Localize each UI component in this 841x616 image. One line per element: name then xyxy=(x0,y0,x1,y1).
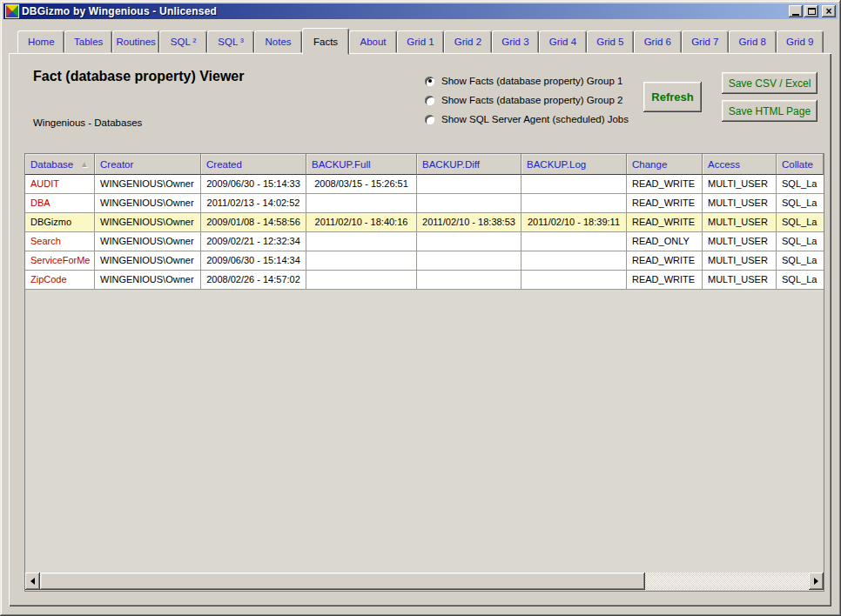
tab-home[interactable]: Home xyxy=(17,30,64,53)
cell-backup-log xyxy=(521,251,627,271)
cell-creator: WINGENIOUS\Owner xyxy=(95,271,201,290)
cell-created: 2008/02/26 - 14:57:02 xyxy=(201,271,306,290)
tab-grid-5[interactable]: Grid 5 xyxy=(587,30,634,53)
cell-backup-diff xyxy=(417,232,521,251)
tab-notes[interactable]: Notes xyxy=(254,30,301,53)
tab-label: SQL ² xyxy=(171,37,197,47)
table-row[interactable]: DBA WINGENIOUS\Owner 2011/02/13 - 14:02:… xyxy=(25,194,824,213)
tab-sql2[interactable]: SQL ² xyxy=(159,30,206,53)
column-header-database[interactable]: Database ▲ xyxy=(25,154,95,175)
tab-label: Home xyxy=(28,37,55,47)
cell-database: ZipCode xyxy=(25,271,95,290)
tab-about[interactable]: About xyxy=(349,30,396,53)
refresh-button[interactable]: Refresh xyxy=(643,82,702,112)
tab-label: Grid 9 xyxy=(786,37,813,47)
cell-collate: SQL_La xyxy=(777,251,824,271)
cell-backup-full xyxy=(306,194,417,213)
scrollbar-track[interactable] xyxy=(645,572,809,590)
table-row[interactable]: Search WINGENIOUS\Owner 2009/02/21 - 12:… xyxy=(25,232,824,251)
arrow-left-icon xyxy=(30,578,35,585)
column-header-access[interactable]: Access xyxy=(703,154,777,175)
cell-database: Search xyxy=(25,232,95,251)
tab-label: Grid 2 xyxy=(454,37,481,47)
radio-label: Show Facts (database property) Group 1 xyxy=(441,76,622,86)
cell-collate: SQL_La xyxy=(777,232,824,251)
cell-collate: SQL_La xyxy=(777,175,824,194)
title-bar[interactable]: DBGizmo by Wingenious - Unlicensed × xyxy=(3,3,838,19)
save-csv-excel-button[interactable]: Save CSV / Excel xyxy=(722,72,817,94)
cell-creator: WINGENIOUS\Owner xyxy=(95,194,201,213)
cell-change: READ_WRITE xyxy=(627,213,703,232)
tab-facts[interactable]: Facts xyxy=(302,28,349,55)
radio-label: Show SQL Server Agent (scheduled) Jobs xyxy=(441,114,629,124)
radio-facts-group-1[interactable]: Show Facts (database property) Group 1 xyxy=(425,71,629,90)
tab-grid-3[interactable]: Grid 3 xyxy=(492,30,539,53)
tab-strip: Home Tables Routines SQL ² SQL ³ Notes F… xyxy=(17,26,824,53)
scroll-left-button[interactable] xyxy=(25,572,40,590)
table-row[interactable]: ServiceForMe WINGENIOUS\Owner 2009/06/30… xyxy=(25,251,824,271)
cell-change: READ_WRITE xyxy=(627,251,703,271)
close-button[interactable]: × xyxy=(822,5,836,17)
column-header-backup-log[interactable]: BACKUP.Log xyxy=(521,154,627,175)
pinwheel-icon xyxy=(6,5,18,17)
tab-label: SQL ³ xyxy=(218,37,244,47)
page-title: Fact (database property) Viewer xyxy=(33,69,244,84)
radio-button-icon xyxy=(425,115,434,124)
tab-grid-9[interactable]: Grid 9 xyxy=(777,30,824,53)
cell-backup-full xyxy=(306,271,417,290)
column-header-creator[interactable]: Creator xyxy=(95,154,201,175)
cell-backup-log xyxy=(521,232,627,251)
window-controls: × xyxy=(789,5,836,17)
tab-grid-8[interactable]: Grid 8 xyxy=(729,30,776,53)
table-row[interactable]: AUDIT WINGENIOUS\Owner 2009/06/30 - 15:1… xyxy=(25,175,824,194)
radio-label: Show Facts (database property) Group 2 xyxy=(441,95,622,105)
column-header-backup-full[interactable]: BACKUP.Full xyxy=(306,154,417,175)
cell-backup-log xyxy=(521,194,627,213)
horizontal-scrollbar[interactable] xyxy=(25,572,824,590)
maximize-icon xyxy=(808,8,816,15)
cell-backup-full xyxy=(306,251,417,271)
scrollbar-thumb[interactable] xyxy=(40,572,645,590)
cell-created: 2009/06/30 - 15:14:34 xyxy=(201,251,306,271)
column-header-change[interactable]: Change xyxy=(627,154,703,175)
table-row-selected[interactable]: DBGizmo WINGENIOUS\Owner 2009/01/08 - 14… xyxy=(25,213,824,232)
cell-access: MULTI_USER xyxy=(703,194,777,213)
tab-label: Grid 4 xyxy=(549,37,576,47)
radio-facts-group-2[interactable]: Show Facts (database property) Group 2 xyxy=(425,90,629,110)
cell-backup-full xyxy=(306,232,417,251)
app-window: DBGizmo by Wingenious - Unlicensed × Hom… xyxy=(0,0,841,616)
column-header-created[interactable]: Created xyxy=(201,154,306,175)
cell-access: MULTI_USER xyxy=(703,175,777,194)
column-header-backup-diff[interactable]: BACKUP.Diff xyxy=(417,154,521,175)
save-html-page-button[interactable]: Save HTML Page xyxy=(722,100,817,122)
minimize-button[interactable] xyxy=(789,5,803,17)
tab-label: Routines xyxy=(116,37,155,47)
tab-routines[interactable]: Routines xyxy=(112,30,159,53)
cell-database: DBA xyxy=(25,194,95,213)
facts-tab-page: Fact (database property) Viewer Wingenio… xyxy=(9,53,831,606)
scroll-right-button[interactable] xyxy=(809,572,824,590)
tab-grid-1[interactable]: Grid 1 xyxy=(397,30,444,53)
tab-label: Facts xyxy=(313,37,338,47)
radio-sql-agent-jobs[interactable]: Show SQL Server Agent (scheduled) Jobs xyxy=(425,110,629,129)
facts-data-grid: Database ▲ Creator Created BACKUP.Full B… xyxy=(24,153,824,592)
cell-creator: WINGENIOUS\Owner xyxy=(95,232,201,251)
cell-collate: SQL_La xyxy=(777,213,824,232)
tab-sql3[interactable]: SQL ³ xyxy=(207,30,254,53)
table-row[interactable]: ZipCode WINGENIOUS\Owner 2008/02/26 - 14… xyxy=(25,271,824,290)
maximize-button[interactable] xyxy=(804,5,818,17)
column-header-collate[interactable]: Collate xyxy=(777,154,824,175)
tab-label: Grid 8 xyxy=(739,37,766,47)
cell-change: READ_WRITE xyxy=(627,175,703,194)
cell-access: MULTI_USER xyxy=(703,251,777,271)
tab-label: Grid 5 xyxy=(596,37,623,47)
tab-tables[interactable]: Tables xyxy=(64,30,111,53)
cell-change: READ_ONLY xyxy=(627,232,703,251)
tab-grid-2[interactable]: Grid 2 xyxy=(444,30,491,53)
page-subtitle: Wingenious - Databases xyxy=(33,117,142,128)
arrow-right-icon xyxy=(814,578,818,585)
tab-grid-4[interactable]: Grid 4 xyxy=(539,30,586,53)
tab-label: Grid 7 xyxy=(691,37,718,47)
tab-grid-6[interactable]: Grid 6 xyxy=(634,30,681,53)
tab-grid-7[interactable]: Grid 7 xyxy=(682,30,729,53)
